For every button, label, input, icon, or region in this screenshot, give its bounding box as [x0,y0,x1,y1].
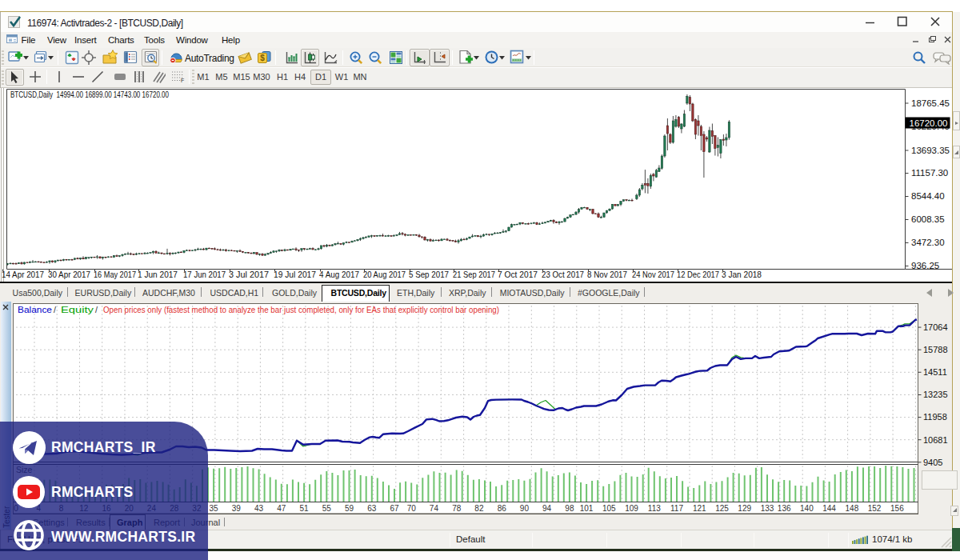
svg-text:936.25: 936.25 [911,261,939,270]
svg-text:51: 51 [300,504,310,513]
svg-text:Balance: Balance [18,305,52,314]
svg-text:136: 136 [778,504,791,513]
svg-text:/: / [54,305,56,314]
svg-text:113: 113 [648,504,661,513]
svg-text:17064: 17064 [923,322,948,332]
svg-text:18765.45: 18765.45 [911,98,950,108]
svg-text:105: 105 [602,504,616,513]
svg-text:140: 140 [800,504,814,513]
svg-text:9405: 9405 [923,458,942,467]
svg-text:7 Oct 2017: 7 Oct 2017 [498,270,538,279]
svg-text:129: 129 [738,504,751,513]
svg-text:3 Jan 2018: 3 Jan 2018 [722,270,762,279]
svg-text:8544.40: 8544.40 [911,191,945,201]
svg-text:24 Nov 2017: 24 Nov 2017 [632,270,674,279]
svg-text:14511: 14511 [923,367,947,377]
svg-text:BTCUSD,Daily 14994.00 16899.0: BTCUSD,Daily 14994.00 16899.00 14743.00 … [10,90,169,99]
svg-text:109: 109 [625,504,638,513]
svg-text:4 Aug 2017: 4 Aug 2017 [319,270,359,279]
svg-text:3 Jul 2017: 3 Jul 2017 [229,270,269,279]
svg-text:55: 55 [322,504,332,513]
svg-text:156: 156 [890,504,904,513]
svg-text:15788: 15788 [923,345,948,354]
svg-text:152: 152 [868,504,882,513]
svg-text:67: 67 [390,504,399,513]
svg-text:10681: 10681 [923,435,948,445]
svg-text:3472.30: 3472.30 [911,238,945,247]
svg-text:Equity: Equity [61,305,94,314]
svg-text:11157.30: 11157.30 [911,168,948,178]
svg-text:148: 148 [846,504,859,513]
svg-text:16 May 2017: 16 May 2017 [94,270,136,279]
svg-text:23 Oct 2017: 23 Oct 2017 [542,270,584,279]
svg-text:17 Jun 2017: 17 Jun 2017 [183,270,226,279]
svg-text:43: 43 [254,504,264,513]
svg-text:/: / [95,305,98,314]
svg-text:59: 59 [345,504,354,513]
svg-text:11958: 11958 [923,412,947,422]
svg-text:133: 133 [761,504,774,513]
svg-text:20 Aug 2017: 20 Aug 2017 [363,270,406,279]
svg-text:144: 144 [822,504,836,513]
svg-text:98: 98 [565,504,574,513]
svg-text:13693.35: 13693.35 [911,146,950,155]
svg-text:13235: 13235 [923,390,948,399]
svg-text:8 Nov 2017: 8 Nov 2017 [587,270,627,279]
svg-text:19 Jul 2017: 19 Jul 2017 [274,270,316,279]
svg-text:5 Sep 2017: 5 Sep 2017 [409,270,449,279]
svg-text:117: 117 [670,504,683,513]
svg-text:121: 121 [693,504,706,513]
svg-text:86: 86 [498,504,507,513]
svg-text:90: 90 [520,504,530,513]
svg-text:12 Dec 2017: 12 Dec 2017 [677,270,719,279]
svg-text:94: 94 [542,504,552,513]
svg-text:$: $ [260,54,265,62]
svg-text:35: 35 [210,504,219,513]
svg-text:16720.00: 16720.00 [910,118,948,128]
svg-text:125: 125 [715,504,729,513]
svg-text:101: 101 [580,504,594,513]
svg-text:82: 82 [474,504,484,513]
svg-text:78: 78 [452,504,462,513]
svg-text:74: 74 [430,504,439,513]
svg-text:47: 47 [277,504,286,513]
svg-text:6008.35: 6008.35 [911,214,945,224]
svg-text:70: 70 [407,504,417,513]
svg-text:Open prices only (fastest meth: Open prices only (fastest method to anal… [103,305,499,314]
svg-text:14 Apr 2017: 14 Apr 2017 [2,270,44,279]
svg-text:30 Apr 2017: 30 Apr 2017 [48,270,90,279]
svg-text:63: 63 [367,504,377,513]
svg-text:21 Sep 2017: 21 Sep 2017 [453,270,495,279]
svg-text:39: 39 [232,504,242,513]
svg-text:F: F [181,78,184,83]
svg-text:1 Jun 2017: 1 Jun 2017 [138,270,178,279]
